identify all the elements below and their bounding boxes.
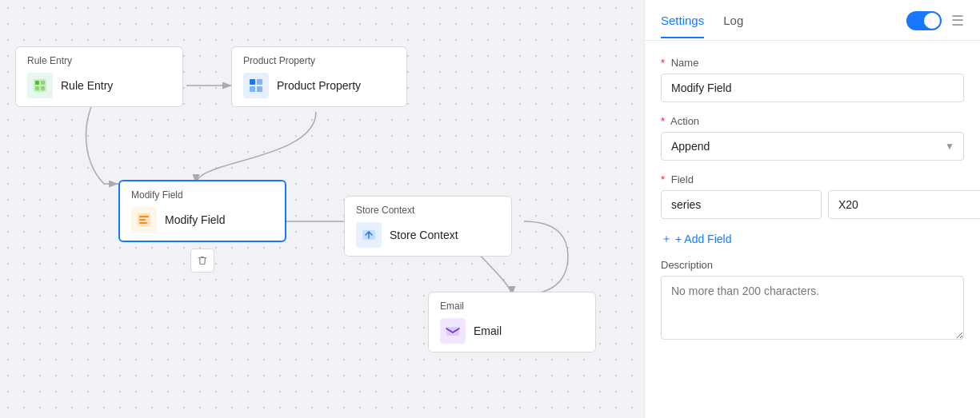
delete-modify-field-button[interactable]: [190, 249, 214, 273]
field-value-input[interactable]: [828, 190, 980, 219]
node-product-property[interactable]: Product Property Product Property: [231, 46, 407, 107]
add-field-button[interactable]: ＋ + Add Field: [661, 232, 964, 246]
panel-header-right: ☰: [906, 11, 964, 40]
canvas[interactable]: Rule Entry Rule Entry Product Property: [0, 0, 644, 418]
node-modify-field[interactable]: Modify Field Modify Field: [118, 180, 286, 242]
name-input[interactable]: [661, 74, 964, 102]
node-email-icon: [440, 318, 466, 344]
action-label: * Action: [661, 115, 964, 127]
node-modify-field-title: Modify Field: [131, 189, 274, 201]
description-label: Description: [661, 259, 964, 271]
node-rule-entry-icon: [27, 73, 53, 98]
action-select-wrapper: Append Replace Remove ▼: [661, 132, 964, 161]
node-email[interactable]: Email Email: [428, 292, 596, 352]
panel-content: * Name * Action Append Replace Remove ▼: [645, 41, 980, 359]
svg-rect-5: [41, 86, 45, 90]
field-row: [661, 190, 964, 219]
svg-rect-13: [139, 222, 147, 224]
panel-tabs: Settings Log: [661, 14, 743, 38]
action-select[interactable]: Append Replace Remove: [661, 132, 964, 161]
node-modify-field-label: Modify Field: [165, 213, 225, 226]
description-field-group: Description: [661, 259, 964, 343]
field-field-group: * Field: [661, 173, 964, 219]
svg-rect-8: [250, 86, 255, 92]
field-key-input[interactable]: [661, 190, 822, 219]
node-store-context[interactable]: Store Context Store Context: [344, 196, 512, 257]
svg-rect-6: [250, 79, 255, 85]
field-label: * Field: [661, 173, 964, 185]
description-input[interactable]: [661, 276, 964, 340]
svg-rect-7: [257, 79, 262, 85]
enable-toggle[interactable]: [906, 11, 942, 30]
right-panel: Settings Log ☰ * Name * Action Appen: [644, 0, 980, 418]
node-store-context-title: Store Context: [356, 205, 500, 216]
tab-log[interactable]: Log: [723, 14, 743, 38]
svg-rect-15: [446, 327, 459, 336]
node-product-property-icon: [243, 73, 269, 98]
node-product-property-title: Product Property: [243, 55, 395, 66]
node-store-context-icon: [356, 222, 382, 248]
node-rule-entry[interactable]: Rule Entry Rule Entry: [15, 46, 183, 107]
node-rule-entry-title: Rule Entry: [27, 55, 171, 66]
node-modify-field-icon: [131, 207, 157, 233]
svg-rect-4: [35, 86, 39, 90]
node-email-label: Email: [474, 324, 502, 337]
node-email-title: Email: [440, 301, 584, 312]
menu-icon[interactable]: ☰: [951, 12, 964, 30]
action-field-group: * Action Append Replace Remove ▼: [661, 115, 964, 161]
svg-rect-3: [41, 81, 45, 85]
panel-header: Settings Log ☰: [645, 0, 980, 41]
name-label: * Name: [661, 57, 964, 69]
svg-rect-11: [139, 216, 149, 217]
node-rule-entry-label: Rule Entry: [61, 79, 113, 92]
svg-rect-2: [35, 81, 39, 85]
name-field-group: * Name: [661, 57, 964, 102]
node-store-context-label: Store Context: [390, 229, 458, 241]
node-product-property-label: Product Property: [277, 79, 361, 92]
svg-rect-12: [139, 219, 146, 221]
svg-rect-9: [257, 86, 262, 92]
tab-settings[interactable]: Settings: [661, 14, 704, 38]
